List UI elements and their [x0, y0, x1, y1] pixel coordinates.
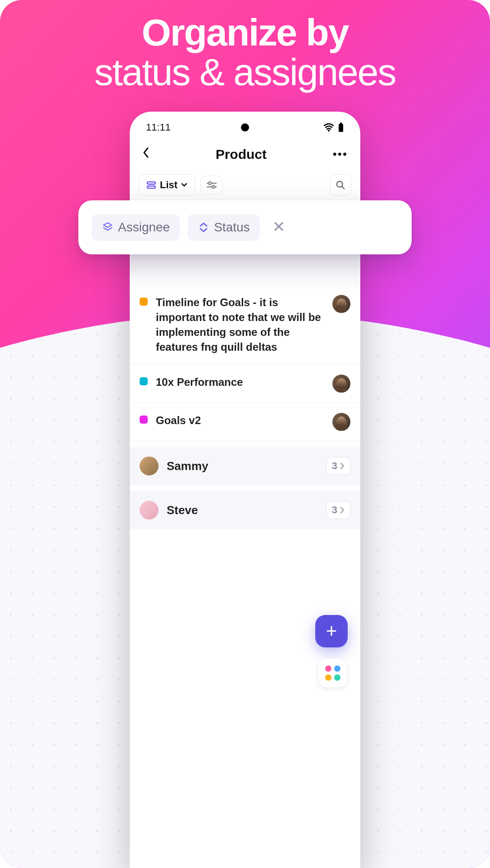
status-bar: 11:11	[130, 112, 360, 138]
filter-button[interactable]	[200, 176, 223, 194]
group-name: Steve	[167, 503, 318, 517]
hero-line-2: status & assignees	[0, 52, 490, 92]
chevron-right-icon	[340, 506, 345, 514]
status-time: 11:11	[146, 122, 171, 133]
add-button[interactable]: +	[315, 615, 348, 647]
assignee-chip[interactable]: Assignee	[92, 214, 180, 241]
close-icon	[273, 221, 284, 232]
layers-icon	[102, 222, 113, 233]
assignee-avatar[interactable]	[332, 413, 350, 431]
hero-text: Organize by status & assignees	[0, 13, 490, 92]
wifi-icon	[323, 123, 334, 132]
view-label: List	[160, 179, 177, 191]
svg-rect-2	[340, 122, 342, 124]
assignee-avatar[interactable]	[332, 375, 350, 393]
svg-point-9	[337, 181, 343, 187]
page-title: Product	[216, 147, 267, 162]
assignee-group[interactable]: Sammy 3	[130, 447, 360, 485]
filter-chip-bar: Assignee Status	[78, 200, 412, 254]
task-row[interactable]: Timeline for Goals - it is important to …	[130, 285, 360, 365]
chevron-right-icon	[340, 462, 345, 470]
group-count: 3	[332, 504, 337, 516]
chip-label: Assignee	[118, 220, 170, 235]
assignee-group[interactable]: Steve 3	[130, 491, 360, 529]
group-count-badge[interactable]: 3	[326, 501, 350, 519]
assignee-avatar[interactable]	[332, 295, 350, 313]
view-selector[interactable]: List	[139, 174, 195, 196]
list-icon	[146, 180, 156, 190]
group-avatar	[140, 501, 159, 520]
nav-bar: Product •••	[130, 138, 360, 171]
task-title: 10x Performance	[156, 375, 324, 389]
camera-notch	[241, 123, 249, 131]
battery-icon	[338, 122, 344, 132]
svg-rect-3	[147, 182, 155, 184]
apps-icon	[325, 665, 340, 681]
status-chip[interactable]: Status	[188, 214, 259, 241]
status-dot	[140, 377, 148, 385]
task-row[interactable]: 10x Performance	[130, 365, 360, 403]
group-avatar	[140, 457, 159, 475]
svg-line-10	[342, 187, 345, 189]
task-title: Goals v2	[156, 413, 324, 428]
task-row[interactable]: Goals v2	[130, 403, 360, 441]
group-name: Sammy	[167, 459, 318, 473]
plus-icon: +	[326, 620, 337, 642]
sort-icon	[198, 222, 209, 233]
task-list: Timeline for Goals - it is important to …	[130, 285, 360, 529]
group-count-badge[interactable]: 3	[326, 457, 350, 475]
search-icon	[336, 180, 345, 190]
group-count: 3	[332, 460, 337, 472]
svg-point-8	[212, 185, 215, 188]
status-dot	[140, 298, 148, 306]
toolbar: List	[130, 171, 360, 205]
hero-line-1: Organize by	[0, 13, 490, 52]
svg-point-0	[328, 130, 330, 131]
back-button[interactable]	[142, 146, 150, 163]
chip-label: Status	[214, 220, 250, 235]
apps-button[interactable]	[318, 658, 348, 688]
more-button[interactable]: •••	[333, 147, 348, 161]
task-title: Timeline for Goals - it is important to …	[156, 295, 324, 354]
search-button[interactable]	[330, 174, 351, 196]
clear-chips-button[interactable]	[268, 216, 290, 239]
svg-rect-1	[339, 124, 343, 132]
svg-rect-4	[147, 186, 155, 188]
chevron-down-icon	[181, 183, 187, 187]
svg-point-6	[209, 182, 211, 185]
sliders-icon	[206, 181, 217, 190]
status-dot	[140, 416, 148, 424]
